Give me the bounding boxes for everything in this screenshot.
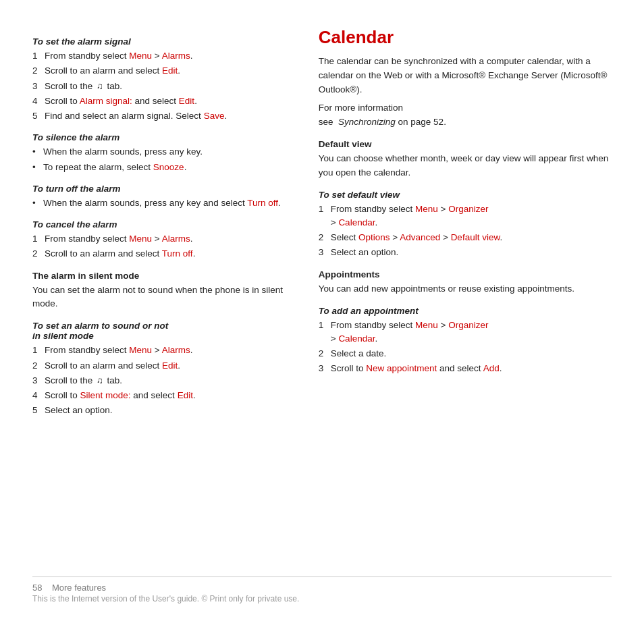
- set-default-view-list: 1From standby select Menu > Organizer> C…: [319, 203, 612, 260]
- menu-link: Menu: [129, 51, 152, 61]
- edit-link3: Edit: [162, 360, 178, 371]
- section-title-set-default-view: To set default view: [319, 190, 612, 200]
- list-item: •When the alarm sounds, press any key.: [32, 145, 286, 159]
- default-view-para: You can choose whether month, week or da…: [319, 152, 612, 180]
- menu-link4: Menu: [415, 204, 438, 214]
- alarm-signal-link: Alarm signal:: [80, 96, 132, 106]
- calendar-heading: Calendar: [319, 27, 612, 48]
- advanced-link: Advanced: [400, 232, 440, 242]
- list-item: 4Scroll to Alarm signal: and select Edit…: [32, 95, 286, 108]
- page-label: More features: [52, 583, 106, 593]
- appointments-para: You can add new appointments or reuse ex…: [319, 282, 612, 296]
- list-item: 1From standby select Menu > Organizer> C…: [319, 203, 612, 230]
- calendar-intro: The calendar can be synchronized with a …: [319, 55, 612, 97]
- list-item: 2Select a date.: [319, 347, 612, 360]
- menu-link5: Menu: [415, 320, 438, 330]
- organizer-link2: Organizer: [448, 320, 488, 330]
- section-title-turn-off-alarm: To turn off the alarm: [32, 184, 286, 194]
- menu-link2: Menu: [129, 234, 152, 244]
- music-icon: ♫: [97, 80, 103, 93]
- silent-mode-link: Silent mode:: [80, 390, 131, 400]
- add-appointment-list: 1From standby select Menu > Organizer> C…: [319, 319, 612, 376]
- list-item: 3Select an option.: [319, 246, 612, 259]
- list-item: 2Scroll to an alarm and select Edit.: [32, 64, 286, 78]
- edit-link4: Edit: [178, 390, 193, 400]
- section-title-silent-mode: The alarm in silent mode: [32, 271, 286, 281]
- footer-page: 58 More features: [32, 583, 612, 593]
- edit-link2: Edit: [179, 96, 194, 106]
- section-title-add-appointment: To add an appointment: [319, 306, 612, 316]
- edit-link: Edit: [162, 65, 178, 76]
- alarm-silent-mode-list: 1From standby select Menu > Alarms. 2Scr…: [32, 344, 286, 417]
- silence-alarm-list: •When the alarm sounds, press any key. •…: [32, 145, 286, 174]
- list-item: 5Find and select an alarm signal. Select…: [32, 109, 286, 123]
- menu-link3: Menu: [129, 345, 152, 355]
- list-item: •When the alarm sounds, press any key an…: [32, 196, 286, 210]
- section-title-default-view: Default view: [319, 139, 612, 149]
- alarms-link3: Alarms: [162, 345, 190, 355]
- turn-off-link2: Turn off: [162, 248, 193, 259]
- list-item: 2Select Options > Advanced > Default vie…: [319, 231, 612, 244]
- section-title-set-alarm-signal: To set the alarm signal: [32, 36, 286, 47]
- page: To set the alarm signal 1From standby se…: [0, 0, 644, 644]
- left-column: To set the alarm signal 1From standby se…: [32, 27, 308, 556]
- list-item: 4Scroll to Silent mode: and select Edit.: [32, 389, 286, 402]
- list-item: •To repeat the alarm, select Snooze.: [32, 161, 286, 174]
- calendar-see-more: For more informationsee Synchronizing on…: [319, 101, 612, 130]
- add-link: Add: [483, 363, 500, 373]
- list-item: 1From standby select Menu > Alarms.: [32, 232, 286, 246]
- section-title-silence-alarm: To silence the alarm: [32, 132, 286, 142]
- content-area: To set the alarm signal 1From standby se…: [32, 27, 612, 556]
- cancel-alarm-list: 1From standby select Menu > Alarms. 2Scr…: [32, 232, 286, 261]
- list-item: 1From standby select Menu > Alarms.: [32, 344, 286, 357]
- footer: 58 More features This is the Internet ve…: [32, 576, 612, 603]
- alarms-link2: Alarms: [162, 234, 190, 244]
- save-link: Save: [204, 111, 225, 121]
- calendar-link2: Calendar: [338, 333, 375, 344]
- section-title-alarm-silent-mode: To set an alarm to sound or notin silent…: [32, 321, 286, 341]
- new-appointment-link: New appointment: [366, 363, 437, 373]
- turn-off-alarm-list: •When the alarm sounds, press any key an…: [32, 196, 286, 210]
- footer-note: This is the Internet version of the User…: [32, 594, 612, 603]
- list-item: 1From standby select Menu > Organizer> C…: [319, 319, 612, 346]
- right-column: Calendar The calendar can be synchronize…: [308, 27, 612, 556]
- set-alarm-signal-list: 1From standby select Menu > Alarms. 2Scr…: [32, 49, 286, 123]
- list-item: 3Scroll to New appointment and select Ad…: [319, 362, 612, 375]
- organizer-link: Organizer: [448, 204, 488, 214]
- snooze-link: Snooze: [153, 162, 184, 172]
- page-number: 58: [32, 583, 42, 593]
- calendar-link: Calendar: [338, 217, 375, 227]
- silent-mode-para: You can set the alarm not to sound when …: [32, 284, 286, 312]
- list-item: 3Scroll to the ♫ tab.: [32, 80, 286, 93]
- turn-off-link: Turn off: [247, 198, 278, 208]
- options-link: Options: [358, 232, 390, 242]
- alarms-link: Alarms: [162, 51, 190, 61]
- section-title-cancel-alarm: To cancel the alarm: [32, 219, 286, 230]
- default-view-link: Default view: [451, 232, 500, 242]
- section-title-appointments: Appointments: [319, 269, 612, 279]
- list-item: 1From standby select Menu > Alarms.: [32, 49, 286, 63]
- list-item: 2Scroll to an alarm and select Turn off.: [32, 247, 286, 261]
- list-item: 5Select an option.: [32, 404, 286, 417]
- list-item: 2Scroll to an alarm and select Edit.: [32, 359, 286, 373]
- list-item: 3Scroll to the ♫ tab.: [32, 374, 286, 387]
- music-icon2: ♫: [97, 374, 103, 387]
